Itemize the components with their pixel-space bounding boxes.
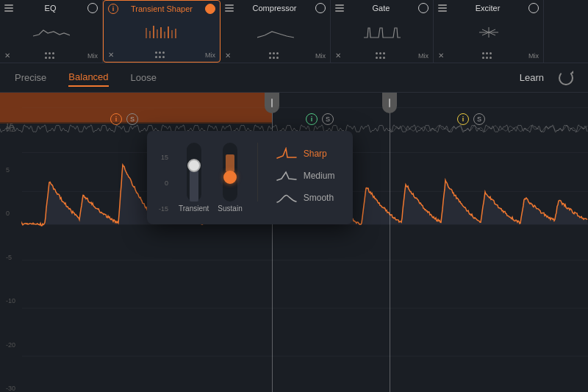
nav-bar: Precise Balanced Loose Learn	[0, 63, 588, 93]
marker-handle-1[interactable]	[265, 93, 279, 113]
smooth-label: Smooth	[304, 193, 334, 203]
s-badge-3[interactable]: S	[473, 113, 485, 125]
grid-icon-c	[269, 52, 278, 60]
ts-mini-graph	[143, 22, 180, 43]
scale-labels: 15 0 -15	[159, 154, 170, 213]
sustain-label: Sustain	[218, 204, 242, 213]
plugin-name-e: Exciter	[476, 4, 501, 13]
close-eq[interactable]: ✕	[4, 51, 10, 60]
plugin-name-eq: EQ	[45, 4, 57, 13]
medium-label: Medium	[304, 171, 335, 181]
s-badge-2[interactable]: S	[322, 113, 334, 125]
mix-label-eq: Mix	[87, 52, 98, 60]
svg-rect-0	[143, 22, 180, 43]
marker-handle-inner-1	[271, 99, 273, 107]
marker-handle-inner-2	[389, 99, 390, 107]
transient-slider-thumb[interactable]	[187, 159, 201, 172]
plugin-name-ts: Transient Shaper	[131, 4, 193, 13]
top-bar: EQ ✕ Mix i Transient Shaper	[0, 0, 588, 63]
exciter-mini-graph	[470, 22, 507, 43]
badge-row-1: i S	[110, 113, 138, 125]
mix-label-c: Mix	[315, 52, 326, 60]
info-badge-3[interactable]: i	[457, 113, 469, 125]
marker-handle-2[interactable]	[382, 93, 397, 113]
sharp-label: Sharp	[304, 149, 327, 159]
power-dot-g[interactable]	[418, 3, 429, 13]
marker-line-2[interactable]	[390, 93, 390, 392]
info-badge-1[interactable]: i	[110, 113, 122, 125]
plugin-slot-exciter[interactable]: Exciter ✕ Mix	[434, 0, 544, 63]
plugin-slot-gate[interactable]: Gate ✕ Mix	[331, 0, 434, 63]
close-e[interactable]: ✕	[438, 51, 444, 60]
close-c[interactable]: ✕	[225, 51, 231, 60]
power-dot-e[interactable]	[528, 3, 539, 13]
grid-icon-eq	[45, 52, 54, 60]
refresh-icon[interactable]	[559, 71, 573, 85]
transient-label: Transient	[179, 204, 209, 213]
menu-icon-c	[225, 4, 234, 12]
curve-options: Sharp Medium Smooth	[273, 143, 338, 206]
tab-precise[interactable]: Precise	[15, 69, 46, 86]
s-badge-1[interactable]: S	[126, 113, 138, 125]
menu-icon	[4, 4, 13, 12]
tab-loose[interactable]: Loose	[131, 69, 157, 86]
info-dot-ts[interactable]: i	[108, 4, 118, 14]
compressor-mini-graph	[257, 22, 294, 43]
transient-slider-track[interactable]	[187, 143, 201, 202]
sustain-slider-track[interactable]	[223, 143, 237, 202]
divider	[257, 143, 258, 202]
plugin-slot-compressor[interactable]: Compressor ✕ Mix	[220, 0, 331, 63]
scale-top: 15	[159, 154, 168, 161]
menu-icon-e	[438, 4, 447, 12]
plugin-slot-eq[interactable]: EQ ✕ Mix	[0, 0, 103, 63]
curve-smooth[interactable]: Smooth	[273, 190, 338, 206]
grid-icon-ts	[155, 51, 164, 59]
plugin-name-c: Compressor	[253, 4, 297, 13]
sustain-slider-thumb[interactable]	[223, 171, 237, 184]
mix-label-ts: Mix	[205, 51, 215, 59]
eq-mini-graph	[33, 22, 70, 43]
power-dot-c[interactable]	[315, 3, 326, 13]
gate-mini-graph	[364, 22, 401, 43]
main-area: Hz 15 5 0 -5 -10 -20 -30 i S i S i S	[0, 93, 588, 392]
power-dot-ts[interactable]	[205, 4, 215, 14]
medium-curve-icon	[276, 169, 298, 182]
curve-sharp[interactable]: Sharp	[273, 146, 338, 162]
hz-label: Hz	[6, 125, 15, 133]
grid-icon-e	[482, 52, 491, 60]
badge-row-2: i S	[306, 113, 334, 125]
sustain-slider-group: Sustain	[218, 143, 242, 213]
close-g[interactable]: ✕	[335, 51, 341, 60]
mix-label-e: Mix	[528, 52, 539, 60]
menu-icon-g	[335, 4, 344, 12]
nav-right: Learn	[514, 69, 573, 86]
learn-button[interactable]: Learn	[514, 69, 550, 86]
curve-medium[interactable]: Medium	[273, 168, 338, 184]
scale-zero: 0	[159, 179, 168, 187]
scale-bottom: -15	[159, 205, 168, 213]
sharp-curve-icon	[276, 147, 298, 160]
close-ts[interactable]: ✕	[108, 51, 114, 59]
mix-label-g: Mix	[418, 52, 429, 60]
plugin-name-g: Gate	[373, 4, 390, 13]
popup-panel: 15 0 -15 Transient Sustain	[147, 131, 353, 224]
power-dot-eq[interactable]	[87, 3, 98, 13]
grid-icon-g	[376, 52, 384, 60]
sliders-section: 15 0 -15 Transient Sustain	[159, 143, 243, 213]
nav-tabs: Precise Balanced Loose	[15, 68, 157, 87]
plugin-slot-transient-shaper[interactable]: i Transient Shaper ✕	[103, 0, 220, 63]
transient-slider-group: Transient	[179, 143, 209, 213]
smooth-curve-icon	[276, 191, 298, 204]
tab-balanced[interactable]: Balanced	[68, 68, 108, 87]
badge-row-3: i S	[457, 113, 485, 125]
info-badge-2[interactable]: i	[306, 113, 318, 125]
